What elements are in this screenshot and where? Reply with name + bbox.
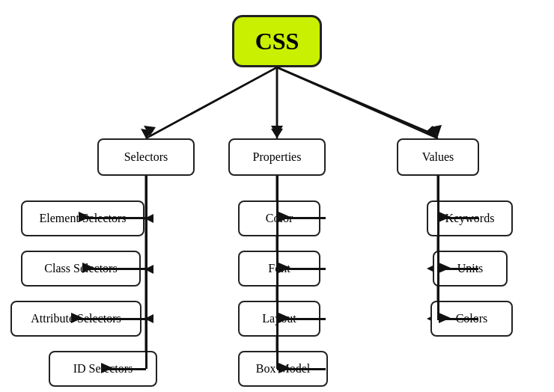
arrow-font [277, 260, 292, 275]
svg-marker-31 [278, 313, 290, 323]
svg-marker-30 [278, 263, 290, 273]
arrow-attr-sel [70, 310, 85, 325]
selectors-trunk [145, 176, 147, 369]
svg-marker-3 [271, 129, 283, 138]
selectors-node: Selectors [97, 138, 195, 176]
svg-line-0 [146, 67, 277, 138]
svg-marker-34 [439, 263, 451, 273]
values-label: Values [422, 150, 454, 164]
arrow-keywords [437, 209, 452, 224]
svg-marker-28 [101, 363, 113, 373]
properties-label: Properties [253, 150, 302, 164]
svg-marker-32 [278, 363, 290, 373]
root-label: CSS [255, 28, 299, 55]
arrow-units [437, 260, 452, 275]
svg-marker-26 [82, 263, 94, 273]
selectors-label: Selectors [124, 150, 168, 164]
arrow-color [277, 209, 292, 224]
arrow-element-sel [77, 209, 92, 224]
arrow-layout [277, 310, 292, 325]
arrow-id-sel [100, 361, 115, 376]
branch-attr-sel [75, 318, 146, 320]
svg-marker-1 [141, 129, 153, 138]
arrow-class-sel [81, 260, 96, 275]
svg-marker-27 [71, 313, 83, 323]
svg-line-4 [277, 67, 438, 138]
svg-marker-33 [439, 212, 451, 222]
root-node: CSS [232, 15, 322, 67]
svg-marker-29 [278, 212, 290, 222]
properties-node: Properties [228, 138, 326, 176]
svg-marker-25 [79, 212, 91, 222]
arrow-boxmodel [277, 361, 292, 376]
svg-marker-35 [439, 313, 451, 323]
arrow-colors-val [437, 310, 452, 325]
values-node: Values [397, 138, 479, 176]
values-trunk [437, 176, 439, 319]
